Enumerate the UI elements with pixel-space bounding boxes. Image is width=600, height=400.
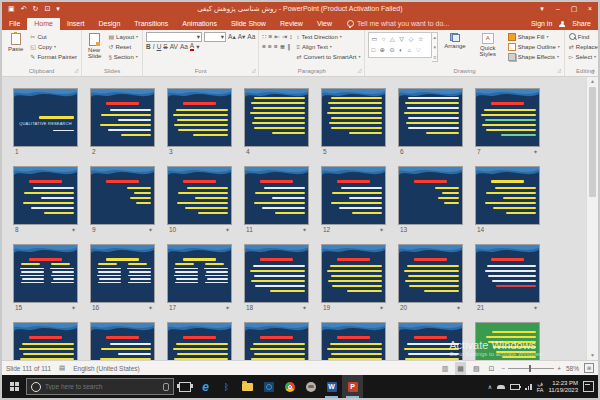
change-case-icon[interactable]: Aa xyxy=(180,43,188,50)
network-icon[interactable] xyxy=(525,384,532,390)
slide-thumbnail-25[interactable] xyxy=(245,323,308,360)
slide-thumbnail-23[interactable] xyxy=(91,323,154,360)
search-input[interactable] xyxy=(45,383,145,390)
zoom-percentage[interactable]: 58% xyxy=(566,365,579,372)
slide-thumbnail-9[interactable] xyxy=(91,167,154,224)
slide-sorter-view-icon[interactable]: ▦ xyxy=(455,362,466,375)
drawing-dialog-launcher-icon[interactable]: ◿ xyxy=(557,66,561,75)
slide-thumbnail-4[interactable] xyxy=(245,89,308,146)
fit-to-window-icon[interactable]: ⊞ xyxy=(584,363,594,373)
slide-thumbnail-17[interactable] xyxy=(168,245,231,302)
clipboard-dialog-launcher-icon[interactable]: ◿ xyxy=(74,66,78,75)
share-button[interactable]: Share xyxy=(572,20,591,27)
close-button[interactable]: × xyxy=(582,2,598,15)
slide-thumbnail-10[interactable] xyxy=(168,167,231,224)
slide-thumbnail-3[interactable] xyxy=(168,89,231,146)
align-right-icon[interactable]: ≡ xyxy=(274,43,278,50)
decrease-indent-icon[interactable]: ⇤ xyxy=(274,33,279,41)
tab-review[interactable]: Review xyxy=(273,18,310,30)
task-view-button[interactable] xyxy=(174,375,195,398)
spellcheck-icon[interactable]: ▤ xyxy=(59,364,65,372)
slide-thumbnail-11[interactable] xyxy=(245,167,308,224)
chrome-button[interactable] xyxy=(279,375,300,398)
paragraph-dialog-launcher-icon[interactable]: ◿ xyxy=(358,66,362,75)
shapes-gallery-up-icon[interactable]: ▴ xyxy=(433,34,436,40)
columns-icon[interactable]: ∥ xyxy=(287,43,290,51)
slide-thumbnail-16[interactable] xyxy=(91,245,154,302)
save-icon[interactable]: ▣ xyxy=(8,5,15,13)
convert-smartart-button[interactable]: ⇄Convert to SmartArt▾ xyxy=(295,52,361,61)
slide-thumbnail-27[interactable] xyxy=(399,323,462,360)
gray-app-button[interactable] xyxy=(300,375,321,398)
copy-button[interactable]: ◱Copy▾ xyxy=(29,42,78,51)
slide-thumbnail-6[interactable] xyxy=(399,89,462,146)
tab-transitions[interactable]: Transitions xyxy=(127,18,175,30)
align-text-button[interactable]: ≡Align Text▾ xyxy=(295,42,361,51)
redo-icon[interactable]: ↻ xyxy=(33,5,39,13)
clear-formatting-icon[interactable]: Aa xyxy=(247,33,255,40)
align-left-icon[interactable]: ≡ xyxy=(262,43,266,50)
slide-thumbnail-28[interactable] xyxy=(476,323,539,360)
new-slide-button[interactable]: New Slide xyxy=(85,32,104,60)
qat-customize-icon[interactable]: ▾ xyxy=(56,5,60,13)
restore-button[interactable]: ▢ xyxy=(566,2,582,15)
layout-button[interactable]: ▤Layout▾ xyxy=(107,32,139,41)
align-center-icon[interactable]: ≡ xyxy=(268,43,272,50)
slide-thumbnail-21[interactable] xyxy=(476,245,539,302)
slide-thumbnail-5[interactable] xyxy=(322,89,385,146)
slide-thumbnail-14[interactable] xyxy=(476,167,539,224)
find-button[interactable]: Find xyxy=(568,32,600,41)
bluetooth-button[interactable]: ᛒ xyxy=(216,375,237,398)
start-button[interactable] xyxy=(2,375,26,398)
slide-thumbnail-22[interactable] xyxy=(14,323,77,360)
slide-thumbnail-2[interactable] xyxy=(91,89,154,146)
increase-indent-icon[interactable]: ⇥ xyxy=(282,33,287,41)
slide-thumbnail-8[interactable] xyxy=(14,167,77,224)
word-button[interactable]: W xyxy=(321,375,342,398)
slideshow-view-icon[interactable]: ⊡ xyxy=(487,362,497,375)
zoom-in-icon[interactable]: + xyxy=(557,365,561,372)
clock[interactable]: 12:23 PM 11/19/2023 xyxy=(548,380,578,394)
zoom-out-icon[interactable]: − xyxy=(501,365,505,372)
tab-view[interactable]: View xyxy=(310,18,339,30)
photos-button[interactable] xyxy=(258,375,279,398)
tab-animations[interactable]: Animations xyxy=(175,18,224,30)
reset-button[interactable]: ↺Reset xyxy=(107,42,139,51)
ribbon-display-options-icon[interactable]: ▾ xyxy=(534,2,550,15)
file-explorer-button[interactable] xyxy=(237,375,258,398)
start-slideshow-icon[interactable]: ⊡ xyxy=(44,5,50,13)
paste-button[interactable]: Paste xyxy=(5,32,26,53)
scroll-up-icon[interactable]: ▲ xyxy=(590,77,595,86)
format-painter-button[interactable]: ✎Format Painter xyxy=(29,52,78,61)
replace-button[interactable]: ⇄Replace▾ xyxy=(568,42,600,51)
slide-thumbnail-12[interactable] xyxy=(322,167,385,224)
slide-sorter-canvas[interactable]: QUALITATIVE RESEARCH1234567✦8✦9✦10✦11✦12… xyxy=(2,77,598,360)
font-color-icon[interactable]: A xyxy=(190,42,194,51)
tellme-box[interactable]: Tell me what you want to do... xyxy=(347,20,449,30)
tab-file[interactable]: File xyxy=(2,18,27,30)
italic-icon[interactable]: I xyxy=(153,43,155,50)
font-size-combobox[interactable]: ▾ xyxy=(204,32,226,42)
arrange-button[interactable]: Arrange xyxy=(441,32,468,50)
slide-thumbnail-13[interactable] xyxy=(399,167,462,224)
shape-outline-button[interactable]: Shape Outline▾ xyxy=(507,42,561,51)
justify-icon[interactable]: ≣ xyxy=(280,43,285,51)
shape-effects-button[interactable]: Shape Effects▾ xyxy=(507,52,561,61)
shapes-gallery[interactable]: ▭ ○ △ ▽ ◇ ☆ □ ⊕ ⊙ ◐ ⌂ ♡ xyxy=(368,32,432,58)
reading-view-icon[interactable]: ▧ xyxy=(471,362,482,375)
slide-thumbnail-7[interactable] xyxy=(476,89,539,146)
slide-thumbnail-1[interactable]: QUALITATIVE RESEARCH xyxy=(14,89,77,146)
onedrive-icon[interactable] xyxy=(497,385,505,389)
tab-slideshow[interactable]: Slide Show xyxy=(224,18,273,30)
shrink-font-icon[interactable]: A▾ xyxy=(238,33,246,41)
tab-insert[interactable]: Insert xyxy=(60,18,92,30)
taskbar-search-box[interactable] xyxy=(26,378,174,395)
sign-in-link[interactable]: Sign in xyxy=(531,20,552,27)
bold-icon[interactable]: B xyxy=(146,43,151,50)
normal-view-icon[interactable]: ▥ xyxy=(440,362,451,375)
section-button[interactable]: §Section▾ xyxy=(107,52,139,61)
shapes-gallery-more-icon[interactable]: ≡ xyxy=(433,54,436,60)
slide-thumbnail-24[interactable] xyxy=(168,323,231,360)
quick-styles-button[interactable]: A Quick Styles xyxy=(472,32,504,58)
tab-design[interactable]: Design xyxy=(91,18,127,30)
